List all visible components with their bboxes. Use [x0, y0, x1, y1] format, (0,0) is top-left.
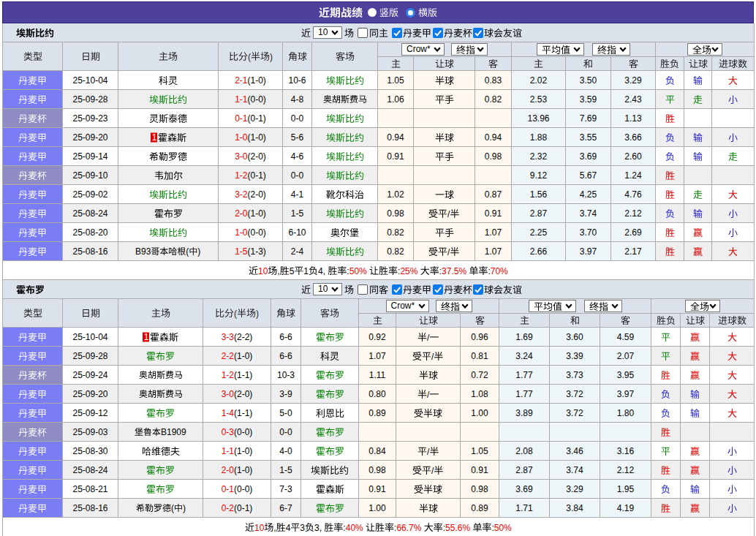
svg-text:(: ( [171, 503, 174, 513]
svg-text:1: 1 [151, 132, 156, 143]
svg-text:(: ( [186, 246, 189, 257]
svg-text:3,: 3, [314, 522, 322, 532]
svg-text:55.6%: 55.6% [445, 522, 470, 532]
svg-text:4,: 4, [318, 265, 325, 276]
svg-text:50%: 50% [494, 522, 512, 532]
svg-text:1: 1 [144, 332, 149, 342]
svg-text:1: 1 [303, 265, 309, 276]
svg-text:): ) [270, 52, 273, 62]
svg-text:): ) [197, 246, 200, 257]
svg-text:/: / [447, 246, 450, 257]
svg-text:10: 10 [258, 265, 268, 276]
svg-text:): ) [256, 309, 259, 319]
svg-text:40%: 40% [346, 522, 363, 532]
svg-text:B1909: B1909 [161, 427, 186, 437]
svg-text:(: ( [234, 309, 237, 319]
svg-text:/: / [427, 389, 430, 399]
svg-text:(: ( [248, 52, 251, 62]
svg-text:,: , [277, 265, 279, 276]
svg-text:,: , [273, 522, 276, 532]
svg-text:/: / [427, 446, 430, 456]
svg-text:10: 10 [254, 522, 265, 532]
svg-text:/: / [427, 332, 430, 342]
svg-text:/: / [431, 351, 434, 361]
svg-text:): ) [183, 503, 186, 513]
svg-text:37.5%: 37.5% [442, 265, 466, 276]
svg-text:/: / [431, 465, 434, 475]
svg-text:3: 3 [300, 522, 305, 532]
svg-text:25%: 25% [400, 265, 417, 276]
svg-text:70%: 70% [491, 265, 508, 276]
svg-text:50%: 50% [349, 265, 367, 276]
svg-text:/: / [447, 208, 450, 219]
svg-text:B93: B93 [135, 246, 151, 257]
svg-text:4: 4 [286, 522, 291, 532]
svg-text:5: 5 [290, 265, 295, 276]
svg-text:66.7%: 66.7% [396, 522, 421, 532]
